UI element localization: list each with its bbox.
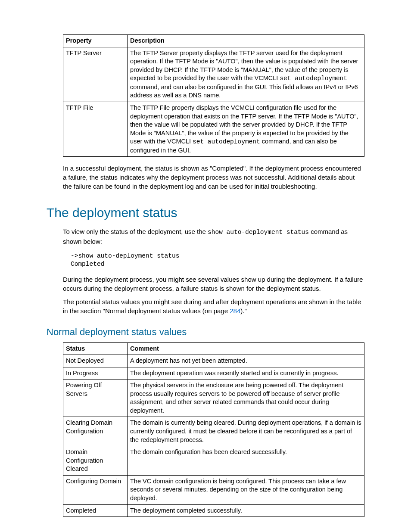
table-row: Not DeployedA deployment has not yet bee… [63,355,364,367]
header-property: Property [63,35,128,47]
cell-status: In Progress [63,367,128,380]
page-link[interactable]: 284 [230,307,240,314]
header-description: Description [128,35,364,47]
table-row: Domain Configuration ClearedThe domain c… [63,446,364,476]
inline-code: set autodeployment [193,138,260,145]
header-comment: Comment [128,342,364,355]
table-row: Configuring DomainThe VC domain configur… [63,475,364,504]
heading-1: The deployment status [47,204,364,222]
cell-description: The TFTP File property displays the VCMC… [128,102,364,156]
table-row: CompletedThe deployment completed succes… [63,504,364,517]
cell-comment: The domain configuration has been cleare… [128,446,364,476]
cell-status: Powering Off Servers [63,380,128,417]
inline-code: set autodeployment [280,75,347,82]
cell-status: Clearing Domain Configuration [63,417,128,446]
cell-comment: A deployment has not yet been attempted. [128,355,364,367]
paragraph: During the deployment process, you might… [63,275,364,293]
cell-description: The TFTP Server property displays the TF… [128,47,364,102]
table-row: Powering Off ServersThe physical servers… [63,380,364,417]
cell-property: TFTP Server [63,47,128,102]
table-row: In ProgressThe deployment operation was … [63,367,364,380]
heading-2: Normal deployment status values [47,326,364,339]
paragraph: In a successful deployment, the status i… [63,164,364,191]
cell-comment: The deployment operation was recently st… [128,367,364,380]
paragraph: To view only the status of the deploymen… [63,227,364,246]
cell-comment: The VC domain configuration is being con… [128,475,364,504]
property-description-table: Property Description TFTP Server The TFT… [63,34,364,157]
cell-comment: The domain is currently being cleared. D… [128,417,364,446]
cell-comment: The physical servers in the enclosure ar… [128,380,364,417]
cell-comment: The deployment completed successfully. [128,504,364,517]
table-row: Clearing Domain ConfigurationThe domain … [63,417,364,446]
table-header-row: Property Description [63,35,364,47]
inline-code: show auto-deployment status [208,229,309,236]
cell-status: Not Deployed [63,355,128,367]
cell-property: TFTP File [63,102,128,156]
code-block: ->show auto-deployment status Completed [71,252,364,269]
cell-status: Configuring Domain [63,475,128,504]
paragraph: The potential status values you might se… [63,297,364,315]
cell-status: Domain Configuration Cleared [63,446,128,476]
table-row: TFTP Server The TFTP Server property dis… [63,47,364,102]
status-values-table: Status Comment Not DeployedA deployment … [63,342,364,517]
header-status: Status [63,342,128,355]
cell-status: Completed [63,504,128,517]
table-row: TFTP File The TFTP File property display… [63,102,364,156]
table-header-row: Status Comment [63,342,364,355]
